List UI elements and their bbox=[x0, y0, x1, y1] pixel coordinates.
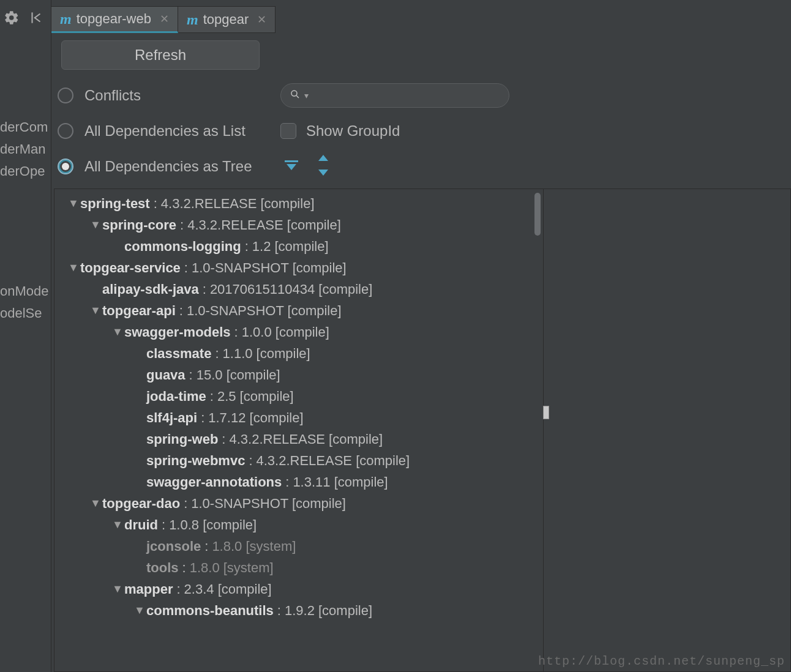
close-icon[interactable]: ✕ bbox=[160, 12, 169, 26]
dependency-version: 1.1.0 [compile] bbox=[223, 346, 310, 362]
left-truncated-list-1: derCom derMan derOpe bbox=[0, 116, 51, 182]
dependency-name: commons-beanutils bbox=[146, 603, 274, 619]
dependency-version: 4.3.2.RELEASE [compile] bbox=[161, 196, 315, 212]
dependency-node[interactable]: spring-webmvc : 4.3.2.RELEASE [compile] bbox=[54, 450, 543, 471]
dependency-version: 1.7.12 [compile] bbox=[208, 410, 303, 426]
separator: : bbox=[182, 560, 186, 576]
radio-tree[interactable] bbox=[58, 159, 73, 174]
dependency-node[interactable]: ▼mapper : 2.3.4 [compile] bbox=[54, 578, 543, 600]
dependency-version: 2.5 [compile] bbox=[217, 389, 294, 405]
filter-row-conflicts[interactable]: Conflicts bbox=[58, 87, 141, 104]
dependency-node[interactable]: ▼commons-beanutils : 1.9.2 [compile] bbox=[54, 600, 543, 621]
show-groupid-checkbox[interactable] bbox=[280, 123, 296, 139]
chevron-down-icon[interactable]: ▼ bbox=[111, 326, 124, 338]
dependency-node[interactable]: jconsole : 1.8.0 [system] bbox=[54, 536, 543, 557]
chevron-down-icon[interactable]: ▼ bbox=[89, 304, 102, 317]
dependency-version: 1.0.8 [compile] bbox=[169, 517, 257, 533]
separator: : bbox=[189, 367, 193, 383]
separator: : bbox=[180, 217, 184, 233]
dependency-name: swagger-models bbox=[124, 324, 231, 340]
filter-row-list[interactable]: All Dependencies as List bbox=[58, 122, 246, 140]
dependency-name: spring-webmvc bbox=[146, 453, 245, 469]
dependency-name: commons-logging bbox=[124, 239, 241, 255]
chevron-down-icon[interactable]: ▼ bbox=[133, 604, 146, 617]
chevron-down-icon[interactable]: ▼ bbox=[67, 261, 80, 274]
show-groupid-label: Show GroupId bbox=[306, 122, 400, 140]
dependency-name: spring-web bbox=[146, 431, 218, 447]
svg-point-1 bbox=[291, 91, 297, 96]
dependency-name: druid bbox=[124, 517, 158, 533]
dependency-node[interactable]: ▼spring-test : 4.3.2.RELEASE [compile] bbox=[54, 193, 543, 214]
dependency-node[interactable]: spring-web : 4.3.2.RELEASE [compile] bbox=[54, 428, 543, 450]
left-item[interactable]: derOpe bbox=[0, 160, 51, 182]
left-item[interactable]: onMode bbox=[0, 280, 51, 302]
separator: : bbox=[203, 282, 206, 297]
dependency-name: tools bbox=[146, 560, 179, 576]
left-tool-strip: derCom derMan derOpe onMode odelSe bbox=[0, 0, 51, 672]
show-groupid-row[interactable]: Show GroupId bbox=[280, 122, 400, 140]
close-icon[interactable]: ✕ bbox=[257, 13, 266, 26]
left-truncated-list-2: onMode odelSe bbox=[0, 280, 51, 324]
filter-row-tree[interactable]: All Dependencies as Tree bbox=[58, 158, 252, 175]
separator: : bbox=[215, 346, 219, 362]
split-handle[interactable] bbox=[543, 406, 549, 419]
tab-topgear[interactable]: mtopgear✕ bbox=[178, 6, 276, 33]
dependency-name: spring-core bbox=[102, 217, 176, 233]
dependency-version: 1.0.0 [compile] bbox=[242, 324, 329, 340]
chevron-down-icon[interactable]: ▼ bbox=[111, 583, 124, 595]
dependency-node[interactable]: classmate : 1.1.0 [compile] bbox=[54, 343, 543, 364]
dependency-node[interactable]: ▼druid : 1.0.8 [compile] bbox=[54, 514, 543, 536]
dependency-node[interactable]: alipay-sdk-java : 20170615110434 [compil… bbox=[54, 278, 543, 300]
detail-pane bbox=[544, 189, 791, 672]
filter-label: All Dependencies as List bbox=[84, 122, 246, 140]
separator: : bbox=[176, 581, 180, 597]
dependency-node[interactable]: ▼swagger-models : 1.0.0 [compile] bbox=[54, 321, 543, 343]
dependency-node[interactable]: swagger-annotations : 1.3.11 [compile] bbox=[54, 471, 543, 493]
maven-icon: m bbox=[187, 12, 198, 28]
dependency-name: topgear-service bbox=[80, 260, 181, 276]
dependency-node[interactable]: ▼topgear-service : 1.0-SNAPSHOT [compile… bbox=[54, 257, 543, 278]
radio-conflicts[interactable] bbox=[58, 88, 73, 103]
collapse-all-icon[interactable] bbox=[315, 157, 332, 174]
separator: : bbox=[201, 410, 204, 426]
search-input[interactable]: ▾ bbox=[280, 83, 509, 108]
dependency-node[interactable]: commons-logging : 1.2 [compile] bbox=[54, 236, 543, 257]
dependency-node[interactable]: ▼topgear-dao : 1.0-SNAPSHOT [compile] bbox=[54, 493, 543, 514]
chevron-down-icon[interactable]: ▼ bbox=[111, 518, 124, 531]
refresh-button-label: Refresh bbox=[135, 47, 186, 64]
left-item[interactable]: odelSe bbox=[0, 302, 51, 324]
separator: : bbox=[277, 603, 281, 619]
search-dropdown-icon[interactable]: ▾ bbox=[304, 91, 309, 100]
dependency-tree[interactable]: ▼spring-test : 4.3.2.RELEASE [compile]▼s… bbox=[54, 189, 544, 672]
dependency-version: 15.0 [compile] bbox=[197, 367, 280, 383]
dependency-version: 1.8.0 [system] bbox=[190, 560, 274, 576]
dependency-node[interactable]: slf4j-api : 1.7.12 [compile] bbox=[54, 407, 543, 428]
expand-all-icon[interactable] bbox=[283, 157, 300, 174]
dependency-version: 4.3.2.RELEASE [compile] bbox=[257, 453, 410, 469]
filter-label: All Dependencies as Tree bbox=[84, 158, 252, 175]
dependency-version: 1.2 [compile] bbox=[252, 239, 329, 255]
dependency-node[interactable]: ▼spring-core : 4.3.2.RELEASE [compile] bbox=[54, 214, 543, 236]
svg-line-2 bbox=[296, 95, 299, 98]
refresh-button[interactable]: Refresh bbox=[61, 40, 260, 70]
left-item[interactable]: derMan bbox=[0, 138, 51, 160]
chevron-down-icon[interactable]: ▼ bbox=[67, 197, 80, 210]
settings-icon[interactable] bbox=[4, 10, 20, 26]
chevron-down-icon[interactable]: ▼ bbox=[89, 497, 102, 510]
tab-topgear-web[interactable]: mtopgear-web✕ bbox=[51, 6, 178, 33]
dependency-node[interactable]: joda-time : 2.5 [compile] bbox=[54, 386, 543, 407]
maven-icon: m bbox=[60, 11, 72, 28]
dependency-node[interactable]: ▼topgear-api : 1.0-SNAPSHOT [compile] bbox=[54, 300, 543, 321]
left-item[interactable]: derCom bbox=[0, 116, 51, 138]
dependency-name: jconsole bbox=[146, 539, 201, 554]
dependency-name: swagger-annotations bbox=[146, 474, 282, 490]
scrollbar-thumb[interactable] bbox=[534, 193, 541, 236]
dependency-node[interactable]: guava : 15.0 [compile] bbox=[54, 364, 543, 386]
step-back-icon[interactable] bbox=[28, 10, 44, 26]
dependency-version: 4.3.2.RELEASE [compile] bbox=[187, 217, 341, 233]
dependency-version: 1.0-SNAPSHOT [compile] bbox=[187, 303, 342, 319]
chevron-down-icon[interactable]: ▼ bbox=[89, 218, 102, 231]
separator: : bbox=[249, 453, 252, 469]
dependency-node[interactable]: tools : 1.8.0 [system] bbox=[54, 557, 543, 578]
radio-list[interactable] bbox=[58, 123, 73, 139]
